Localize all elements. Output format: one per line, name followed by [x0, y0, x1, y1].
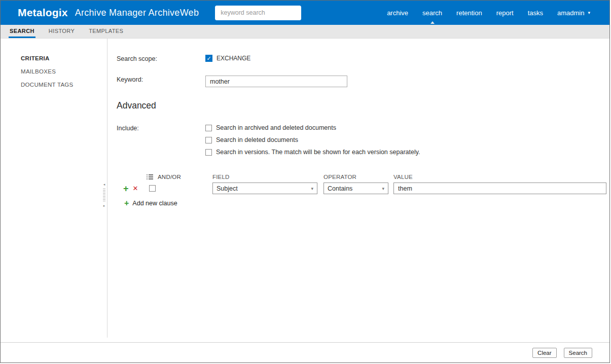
chevron-down-icon: ▾ — [588, 10, 590, 15]
active-nav-caret-icon — [430, 21, 435, 24]
tab-history[interactable]: HISTORY — [48, 25, 76, 38]
clause-grid: AND/OR FIELD OPERATOR VALUE + ✕ Subject … — [123, 174, 609, 194]
keyword-row: Keyword: — [117, 76, 609, 87]
nav-retention[interactable]: retention — [449, 1, 489, 25]
dropdown-arrow-icon: ▾ — [382, 186, 384, 191]
sidebar-item-document-tags[interactable]: DOCUMENT TAGS — [1, 82, 107, 88]
sidebar-item-criteria[interactable]: CRITERIA — [1, 55, 107, 61]
include-row: Include: Search in archived and deleted … — [117, 124, 609, 156]
versions-checkbox[interactable] — [205, 149, 212, 156]
field-select[interactable]: Subject ▾ — [212, 183, 317, 194]
field-column-header: FIELD — [212, 174, 324, 180]
tab-search[interactable]: SEARCH — [9, 25, 35, 38]
nav-report[interactable]: report — [489, 1, 521, 25]
versions-label: Search in versions. The match will be sh… — [216, 149, 420, 156]
search-button[interactable]: Search — [564, 348, 592, 358]
search-scope-label: Search scope: — [117, 55, 205, 62]
exchange-checkbox[interactable] — [205, 55, 212, 62]
clause-row-checkbox[interactable] — [149, 185, 156, 192]
clear-button[interactable]: Clear — [532, 348, 556, 358]
keyword-input[interactable] — [205, 76, 347, 87]
app-title: Archive Manager ArchiveWeb — [75, 8, 199, 18]
nav-search-label: search — [422, 9, 442, 17]
content-area: CRITERIA MAILBOXES DOCUMENT TAGS ◂ ▸ Sea… — [1, 39, 609, 342]
include-option-archived-deleted[interactable]: Search in archived and deleted documents — [205, 124, 420, 131]
nav-archive[interactable]: archive — [380, 1, 415, 25]
user-menu-label: amadmin — [557, 9, 584, 17]
tab-bar: SEARCH HISTORY TEMPLATES — [1, 25, 609, 39]
search-criteria-panel: Search scope: EXCHANGE Keyword: Advanced… — [107, 39, 609, 342]
footer-bar: Clear Search — [1, 342, 609, 362]
archived-deleted-label: Search in archived and deleted documents — [216, 124, 336, 131]
add-new-clause-label: Add new clause — [132, 200, 177, 207]
exchange-checkbox-label: EXCHANGE — [217, 55, 250, 62]
remove-clause-icon[interactable]: ✕ — [133, 185, 138, 192]
keyword-search-input[interactable] — [215, 6, 301, 20]
dropdown-arrow-icon: ▾ — [311, 186, 313, 191]
nav-tasks[interactable]: tasks — [521, 1, 550, 25]
exchange-checkbox-group[interactable]: EXCHANGE — [205, 55, 250, 62]
tab-templates[interactable]: TEMPLATES — [88, 25, 124, 38]
clause-list-icon — [147, 174, 153, 179]
include-options: Search in archived and deleted documents… — [205, 124, 420, 156]
app-header: Metalogix Archive Manager ArchiveWeb arc… — [1, 1, 609, 25]
field-select-value: Subject — [217, 185, 238, 192]
top-nav: archive search retention report tasks am… — [380, 1, 609, 25]
include-label: Include: — [117, 124, 205, 132]
resize-grip-icon[interactable] — [103, 189, 105, 202]
and-or-header: AND/OR — [123, 174, 212, 180]
sidebar: CRITERIA MAILBOXES DOCUMENT TAGS — [1, 39, 107, 342]
user-menu[interactable]: amadmin ▾ — [550, 1, 597, 25]
archiveweb-window: Metalogix Archive Manager ArchiveWeb arc… — [0, 0, 610, 363]
operator-select[interactable]: Contains ▾ — [324, 183, 388, 194]
sidebar-item-mailboxes[interactable]: MAILBOXES — [1, 68, 107, 75]
metalogix-logo: Metalogix — [18, 7, 68, 19]
archived-deleted-checkbox[interactable] — [205, 125, 212, 131]
search-scope-row: Search scope: EXCHANGE — [117, 55, 609, 62]
clause-value-input[interactable] — [393, 183, 606, 194]
collapse-left-icon[interactable]: ◂ — [103, 183, 105, 187]
advanced-heading: Advanced — [117, 100, 609, 111]
add-clause-icon[interactable]: + — [123, 184, 129, 193]
collapse-right-icon[interactable]: ▸ — [103, 204, 105, 208]
value-column-header: VALUE — [393, 174, 608, 180]
plus-icon: + — [124, 199, 129, 208]
nav-search[interactable]: search — [415, 1, 449, 25]
keyword-label: Keyword: — [117, 76, 205, 83]
operator-column-header: OPERATOR — [324, 174, 393, 180]
clause-builder: AND/OR FIELD OPERATOR VALUE + ✕ Subject … — [123, 174, 609, 208]
deleted-label: Search in deleted documents — [216, 136, 298, 143]
operator-select-value: Contains — [328, 185, 352, 192]
and-or-label: AND/OR — [158, 174, 181, 180]
include-option-deleted[interactable]: Search in deleted documents — [205, 136, 420, 143]
clause-row-tools: + ✕ — [123, 184, 212, 193]
add-new-clause-button[interactable]: + Add new clause — [123, 199, 177, 208]
include-option-versions[interactable]: Search in versions. The match will be sh… — [205, 149, 420, 156]
deleted-checkbox[interactable] — [205, 137, 212, 143]
